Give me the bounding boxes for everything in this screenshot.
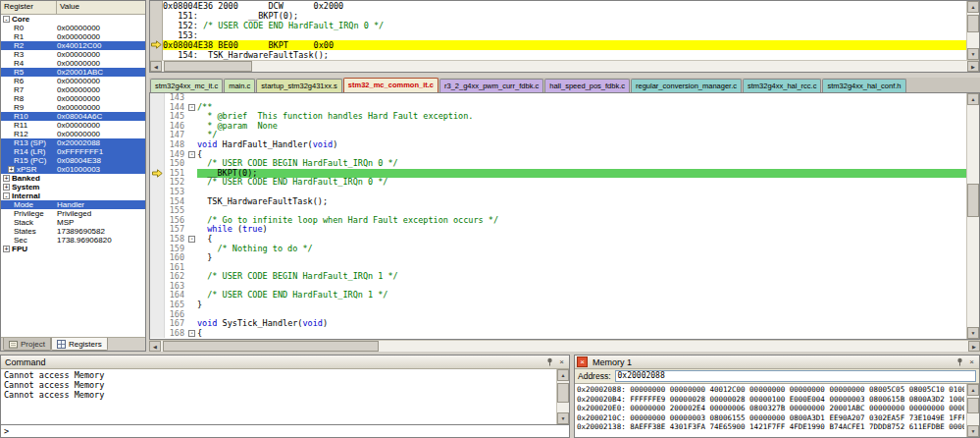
editor-hscrollbar[interactable]: ◀ ▶ [149,340,980,352]
editor-line[interactable]: 162 /* USER CODE BEGIN HardFault_IRQn 1 … [150,272,966,282]
editor-line[interactable]: 159 /* Nothing to do */ [150,245,966,254]
command-vscrollbar[interactable]: ▲ ▼ [556,369,569,424]
scrollbar-thumb[interactable] [967,15,979,32]
editor-line[interactable]: 165} [150,301,966,310]
editor-tab[interactable]: stm32g4xx_hal_conf.h [822,79,905,92]
register-row[interactable]: PrivilegePrivileged [1,209,145,218]
scrollbar-thumb[interactable] [967,398,979,413]
register-tree[interactable]: -CoreR00x00000000R10x00000000R20x40012C0… [1,15,145,337]
editor-tab[interactable]: regular_conversion_manager.c [631,79,742,92]
register-row[interactable]: R10x00000000 [1,32,145,41]
register-row[interactable]: R13 (SP)0x20002088 [1,138,145,147]
editor-line[interactable]: 157 while (true) [150,225,966,235]
scroll-up-button[interactable]: ▲ [967,93,979,105]
memory-address-input[interactable]: 0x20002088 [615,370,976,382]
editor-line[interactable]: 167void SysTick_Handler(void) [150,319,966,329]
scrollbar-thumb[interactable] [163,341,379,352]
scroll-left-button[interactable]: ◀ [149,341,161,352]
editor-line[interactable]: 160 } [150,253,966,263]
register-group-row[interactable]: -Core [1,15,145,24]
register-row[interactable]: R90x00000000 [1,103,145,112]
editor-tab[interactable]: stm32g4xx_mc_it.c [150,79,223,92]
scrollbar-thumb[interactable] [967,184,979,217]
register-row[interactable]: R14 (LR)0xFFFFFFF1 [1,147,145,156]
register-row[interactable]: StackMSP [1,218,145,227]
register-row[interactable]: States17389690582 [1,227,145,236]
register-row[interactable]: R80x00000000 [1,94,145,103]
scroll-right-button[interactable]: ▶ [967,61,979,72]
editor-tab[interactable]: stm32_mc_common_it.c [343,78,438,92]
editor-vscrollbar[interactable]: ▲ ▼ [966,93,979,339]
editor-line[interactable]: 150 /* USER CODE BEGIN HardFault_IRQn 0 … [150,159,966,169]
register-group-row[interactable]: +System [1,183,145,192]
register-row[interactable]: R40x00000000 [1,59,145,68]
editor-line[interactable]: 161 [150,263,966,273]
memory-vscrollbar[interactable]: ▲ ▼ [966,384,979,437]
register-row[interactable]: Sec1738.96906820 [1,236,145,245]
editor-tab[interactable]: main.c [224,79,255,92]
editor-line[interactable]: 149-{ [150,150,966,160]
pin-icon[interactable] [544,356,555,367]
scroll-right-button[interactable]: ▶ [968,341,980,352]
scrollbar-thumb[interactable] [557,383,569,403]
register-row[interactable]: R30x00000000 [1,50,145,59]
editor-line[interactable]: 164 /* USER CODE END HardFault_IRQn 1 */ [150,291,966,301]
scroll-up-button[interactable]: ▲ [967,384,979,396]
editor-code-area[interactable]: 143144-/**145 * @brief This function han… [150,93,966,339]
register-group-row[interactable]: +FPU [1,245,145,253]
scroll-up-button[interactable]: ▲ [557,369,569,381]
disassembly-line[interactable]: 151: __BKPT(0); [150,11,966,21]
scrollbar-thumb[interactable] [164,61,252,72]
disassembly-hscrollbar[interactable]: ◀ ▶ [150,60,979,72]
scroll-left-button[interactable]: ◀ [150,61,162,72]
editor-tab[interactable]: stm32g4xx_hal_rcc.c [743,79,821,92]
register-row[interactable]: R100x08004A6C [1,112,145,121]
disassembly-code[interactable]: 0x08004E36 2000 DCW 0x2000 151: __BKPT(0… [150,1,966,60]
pin-icon[interactable] [954,356,965,367]
scroll-down-button[interactable]: ▼ [967,48,979,60]
editor-line[interactable]: 147 */ [150,131,966,140]
editor-line[interactable]: 158- { [150,235,966,245]
editor-line[interactable]: 155 [150,206,966,216]
disassembly-line[interactable]: 0x08004E36 2000 DCW 0x2000 [150,1,966,11]
tree-expander-icon[interactable]: - [3,192,10,199]
editor-line[interactable]: 148void HardFault_Handler(void) [150,140,966,150]
editor-line[interactable]: 163 [150,282,966,292]
editor-line[interactable]: 156 /* Go to infinite loop when Hard Fau… [150,216,966,226]
scrollbar-track[interactable] [967,105,979,327]
scroll-down-button[interactable]: ▼ [557,412,569,424]
register-row[interactable]: +xPSR0x01000003 [1,165,145,174]
register-row[interactable]: R120x00000000 [1,130,145,138]
editor-line[interactable]: 143 [150,93,966,103]
register-group-row[interactable]: -Internal [1,192,145,200]
scrollbar-track[interactable] [162,61,967,72]
tree-expander-icon[interactable]: - [3,16,10,23]
tree-expander-icon[interactable]: + [3,246,10,252]
close-icon[interactable]: × [556,356,567,367]
scroll-down-button[interactable]: ▼ [967,425,979,437]
tree-expander-icon[interactable]: + [3,184,10,191]
scrollbar-track[interactable] [967,13,979,48]
command-input[interactable]: > [1,424,569,437]
register-row[interactable]: R70x00000000 [1,85,145,94]
fold-collapse-icon[interactable]: - [188,104,195,111]
command-output[interactable]: Cannot access MemoryCannot access Memory… [1,369,556,424]
scroll-down-button[interactable]: ▼ [967,327,979,339]
disassembly-line[interactable]: 152: /* USER CODE END HardFault_IRQn 0 *… [150,21,966,30]
close-icon[interactable]: × [966,356,977,367]
register-column-header[interactable]: Register [1,1,57,14]
editor-line[interactable]: 146 * @param None [150,122,966,132]
register-row[interactable]: R20x40012C00 [1,41,145,50]
editor-line[interactable]: 153 [150,188,966,197]
editor-line[interactable]: 144-/** [150,103,966,113]
value-column-header[interactable]: Value [57,1,145,14]
tree-expander-icon[interactable]: + [8,166,15,173]
editor-line[interactable]: 151 __BKPT(0); [150,169,966,179]
memory-dump[interactable]: 0x20002088: 00000000 00000000 40012C00 0… [575,384,966,437]
editor-tab[interactable]: r3_2_g4xx_pwm_curr_fdbk.c [439,79,543,92]
registers-tab[interactable]: Registers [51,338,108,351]
disassembly-vscrollbar[interactable]: ▲ ▼ [966,1,979,60]
editor-line[interactable]: 166 [150,310,966,320]
register-group-row[interactable]: +Banked [1,174,145,183]
scrollbar-track[interactable] [557,381,569,412]
